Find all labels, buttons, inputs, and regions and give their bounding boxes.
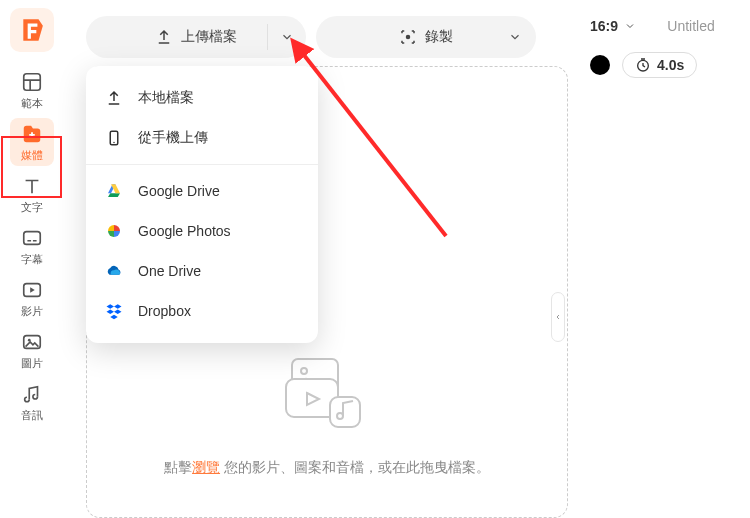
chevron-down-icon[interactable] (280, 30, 294, 44)
sidebar-item-label: 音訊 (21, 408, 43, 423)
sidebar-item-image[interactable]: 圖片 (10, 326, 54, 374)
sidebar: 範本 媒體 文字 字幕 影片 圖片 音訊 (0, 0, 64, 518)
clock-icon (635, 57, 651, 73)
dropdown-item-label: 從手機上傳 (138, 129, 208, 147)
onedrive-icon (104, 261, 124, 281)
svg-rect-0 (24, 73, 41, 90)
sidebar-item-label: 影片 (21, 304, 43, 319)
dropdown-item-phone[interactable]: 從手機上傳 (86, 118, 318, 158)
aspect-ratio-select[interactable]: 16:9 (590, 18, 636, 34)
sidebar-item-media[interactable]: 媒體 (10, 118, 54, 166)
dropdown-item-gdrive[interactable]: Google Drive (86, 171, 318, 211)
button-divider (267, 24, 268, 50)
sidebar-item-label: 文字 (21, 200, 43, 215)
dropdown-item-local[interactable]: 本地檔案 (86, 78, 318, 118)
upload-dropdown: 本地檔案 從手機上傳 Google Drive Google Photos On… (86, 66, 318, 343)
record-icon (399, 28, 417, 46)
image-icon (20, 330, 44, 354)
dropzone-text: 點擊瀏覽 您的影片、圖案和音檔，或在此拖曳檔案。 (164, 459, 490, 477)
dropbox-icon (104, 301, 124, 321)
dropdown-separator (86, 164, 318, 165)
dropdown-item-gphotos[interactable]: Google Photos (86, 211, 318, 251)
sidebar-item-label: 字幕 (21, 252, 43, 267)
svg-rect-1 (24, 231, 41, 244)
audio-icon (20, 382, 44, 406)
dropdown-item-label: One Drive (138, 263, 201, 279)
dropzone-suffix: 您的影片、圖案和音檔，或在此拖曳檔案。 (224, 459, 490, 475)
dropdown-item-label: 本地檔案 (138, 89, 194, 107)
right-panel: 16:9 Untitled 4.0s (580, 0, 750, 518)
upload-button-label: 上傳檔案 (181, 28, 237, 46)
dropzone-illustration (282, 353, 372, 433)
duration-value: 4.0s (657, 57, 684, 73)
svg-rect-11 (330, 397, 360, 427)
duration-pill[interactable]: 4.0s (622, 52, 697, 78)
project-title[interactable]: Untitled (648, 18, 734, 34)
dropzone-prefix: 點擊 (164, 459, 192, 475)
google-photos-icon (104, 221, 124, 241)
background-color-swatch[interactable] (590, 55, 610, 75)
browse-link[interactable]: 瀏覽 (192, 459, 220, 475)
sidebar-item-subtitle[interactable]: 字幕 (10, 222, 54, 270)
sidebar-item-audio[interactable]: 音訊 (10, 378, 54, 426)
svg-point-7 (113, 142, 115, 144)
aspect-ratio-value: 16:9 (590, 18, 618, 34)
sidebar-item-label: 媒體 (21, 148, 43, 163)
collapse-handle[interactable] (551, 292, 565, 342)
dropdown-item-onedrive[interactable]: One Drive (86, 251, 318, 291)
toolbar: 上傳檔案 錄製 (86, 16, 568, 58)
dropdown-item-label: Dropbox (138, 303, 191, 319)
video-icon (20, 278, 44, 302)
chevron-down-icon[interactable] (508, 30, 522, 44)
text-icon (20, 174, 44, 198)
dropdown-item-label: Google Photos (138, 223, 231, 239)
record-button[interactable]: 錄製 (316, 16, 536, 58)
svg-point-9 (301, 368, 307, 374)
sidebar-item-text[interactable]: 文字 (10, 170, 54, 218)
google-drive-icon (104, 181, 124, 201)
dropdown-item-dropbox[interactable]: Dropbox (86, 291, 318, 331)
svg-point-5 (406, 35, 411, 40)
template-icon (20, 70, 44, 94)
app-logo (10, 8, 54, 52)
upload-icon (155, 28, 173, 46)
sidebar-item-label: 圖片 (21, 356, 43, 371)
sidebar-item-label: 範本 (21, 96, 43, 111)
upload-button[interactable]: 上傳檔案 (86, 16, 306, 58)
phone-icon (104, 128, 124, 148)
record-button-label: 錄製 (425, 28, 453, 46)
chevron-down-icon (624, 20, 636, 32)
sidebar-item-template[interactable]: 範本 (10, 66, 54, 114)
dropdown-item-label: Google Drive (138, 183, 220, 199)
subtitle-icon (20, 226, 44, 250)
upload-icon (104, 88, 124, 108)
sidebar-item-video[interactable]: 影片 (10, 274, 54, 322)
media-icon (20, 122, 44, 146)
main-panel: 上傳檔案 錄製 本地檔案 (64, 0, 580, 518)
